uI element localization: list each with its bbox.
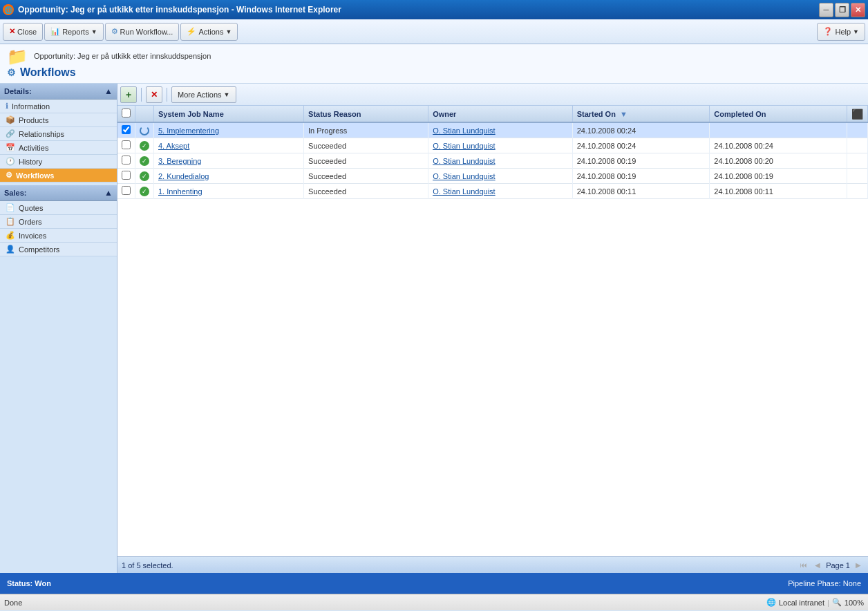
table-row[interactable]: ✓3. BeregningSucceededO. Stian Lundquist… <box>117 153 868 169</box>
workflows-table: System Job Name Status Reason Owner Star… <box>117 106 868 556</box>
sidebar-item-invoices[interactable]: 💰 Invoices <box>0 229 117 243</box>
select-all-checkbox[interactable] <box>122 109 131 118</box>
row-status-reason: Succeeded <box>304 169 428 184</box>
main-toolbar: ✕ Close 📊 Reports ▼ ⚙ Run Workflow... ⚡ … <box>0 19 868 44</box>
crm-status-bar: Status: Won Pipeline Phase: None <box>0 573 868 594</box>
sidebar-sales-label: Sales: <box>4 189 26 197</box>
status-label: Status: Won <box>7 579 51 588</box>
table-row[interactable]: 5. ImplementeringIn ProgressO. Stian Lun… <box>117 122 868 138</box>
help-button[interactable]: ❓ Help ▼ <box>817 23 865 41</box>
row-status-icon-cell: ✓ <box>135 169 154 184</box>
row-completed-on: 24.10.2008 00:19 <box>710 169 847 184</box>
folder-icon: 📁 <box>7 47 28 66</box>
next-page-button[interactable]: ▶ <box>853 560 864 571</box>
prev-page-button[interactable]: ◀ <box>812 560 823 571</box>
row-system-job-name[interactable]: 3. Beregning <box>154 153 304 169</box>
table-row[interactable]: ✓1. InnhentingSucceededO. Stian Lundquis… <box>117 184 868 199</box>
pipeline-phase-label: Pipeline Phase: None <box>788 579 861 588</box>
help-dropdown-icon: ▼ <box>853 28 859 35</box>
zoom-icon: 🔍 <box>832 598 842 607</box>
row-extra-col <box>847 138 868 153</box>
sidebar-sales-toggle[interactable]: ▲ <box>104 188 113 198</box>
sidebar-item-products[interactable]: 📦 Products <box>0 113 117 127</box>
row-checkbox[interactable] <box>122 125 131 134</box>
row-system-job-name[interactable]: 2. Kundedialog <box>154 169 304 184</box>
row-owner[interactable]: O. Stian Lundquist <box>428 122 572 138</box>
row-owner[interactable]: O. Stian Lundquist <box>428 138 572 153</box>
row-owner[interactable]: O. Stian Lundquist <box>428 184 572 199</box>
close-button[interactable]: ✕ Close <box>3 23 43 41</box>
row-status-reason: In Progress <box>304 122 428 138</box>
row-checkbox[interactable] <box>122 156 131 164</box>
row-checkbox[interactable] <box>122 186 131 195</box>
actions-button[interactable]: ⚡ Actions ▼ <box>180 23 238 41</box>
row-extra-col <box>847 184 868 199</box>
workflows-sidebar-icon: ⚙ <box>6 171 12 180</box>
orders-label: Orders <box>19 218 42 226</box>
run-workflow-button[interactable]: ⚙ Run Workflow... <box>105 23 180 41</box>
row-owner[interactable]: O. Stian Lundquist <box>428 169 572 184</box>
export-header[interactable]: ⬛ <box>847 106 868 122</box>
workflows-icon: ⚙ <box>7 67 16 78</box>
system-job-name-header[interactable]: System Job Name <box>154 106 304 122</box>
owner-header[interactable]: Owner <box>428 106 572 122</box>
first-page-button[interactable]: ⏮ <box>798 560 809 571</box>
invoices-icon: 💰 <box>6 231 15 240</box>
minimize-button[interactable]: ─ <box>819 3 833 17</box>
sidebar-item-relationships[interactable]: 🔗 Relationships <box>0 127 117 141</box>
restore-button[interactable]: ❐ <box>835 3 849 17</box>
table-row[interactable]: ✓2. KundedialogSucceededO. Stian Lundqui… <box>117 169 868 184</box>
export-icon[interactable]: ⬛ <box>851 109 863 120</box>
reports-icon: 📊 <box>50 27 60 36</box>
row-system-job-name[interactable]: 1. Innhenting <box>154 184 304 199</box>
help-icon: ❓ <box>823 27 833 36</box>
delete-button[interactable]: ✕ <box>146 86 162 103</box>
reports-label: Reports <box>62 28 89 36</box>
history-icon: 🕐 <box>6 157 15 166</box>
sidebar-item-activities[interactable]: 📅 Activities <box>0 141 117 155</box>
sidebar-item-competitors[interactable]: 👤 Competitors <box>0 243 117 256</box>
row-checkbox[interactable] <box>122 140 131 149</box>
sidebar-details-header[interactable]: Details: ▲ <box>0 84 117 100</box>
ie-done-label: Done <box>4 599 22 607</box>
products-icon: 📦 <box>6 115 15 124</box>
selection-status: 1 of 5 selected. <box>122 561 173 570</box>
zoom-sep: | <box>827 599 829 607</box>
status-reason-header[interactable]: Status Reason <box>304 106 428 122</box>
select-all-header[interactable] <box>117 106 135 122</box>
completed-on-header[interactable]: Completed On <box>710 106 847 122</box>
started-on-header[interactable]: Started On ▼ <box>572 106 710 122</box>
sidebar-item-workflows[interactable]: ⚙ Workflows <box>0 169 117 182</box>
more-actions-button[interactable]: More Actions ▼ <box>171 86 236 103</box>
more-actions-dropdown-icon: ▼ <box>224 91 230 98</box>
history-label: History <box>19 158 42 166</box>
sidebar-details-toggle[interactable]: ▲ <box>104 86 113 96</box>
row-checkbox[interactable] <box>122 171 131 180</box>
row-system-job-name[interactable]: 5. Implementering <box>154 122 304 138</box>
ie-status-bar: Done 🌐 Local intranet | 🔍 100% <box>0 594 868 610</box>
zone-icon: 🌐 <box>766 598 776 607</box>
information-icon: ℹ <box>6 102 8 111</box>
reports-button[interactable]: 📊 Reports ▼ <box>44 23 103 41</box>
sidebar-item-information[interactable]: ℹ Information <box>0 100 117 113</box>
actions-label: Actions <box>198 28 223 36</box>
row-status-icon-cell <box>135 122 154 138</box>
icon-header <box>135 106 154 122</box>
row-completed-on: 24.10.2008 00:24 <box>710 138 847 153</box>
crm-status-left: Status: Won <box>7 579 51 588</box>
row-system-job-name[interactable]: 4. Aksept <box>154 138 304 153</box>
sidebar-item-quotes[interactable]: 📄 Quotes <box>0 201 117 215</box>
row-extra-col <box>847 169 868 184</box>
add-workflow-button[interactable]: + <box>120 86 137 103</box>
sidebar-item-orders[interactable]: 📋 Orders <box>0 215 117 229</box>
close-button[interactable]: ✕ <box>851 3 865 17</box>
row-owner[interactable]: O. Stian Lundquist <box>428 153 572 169</box>
row-started-on: 24.10.2008 00:19 <box>572 153 710 169</box>
row-status-icon-cell: ✓ <box>135 184 154 199</box>
breadcrumb-section: 📁 Opportunity: Jeg er på utkikk etter in… <box>0 44 868 84</box>
sidebar-item-history[interactable]: 🕐 History <box>0 155 117 169</box>
sidebar-sales-header[interactable]: Sales: ▲ <box>0 185 117 201</box>
table-row[interactable]: ✓4. AkseptSucceededO. Stian Lundquist24.… <box>117 138 868 153</box>
run-workflow-icon: ⚙ <box>111 27 118 36</box>
activities-label: Activities <box>19 144 48 152</box>
